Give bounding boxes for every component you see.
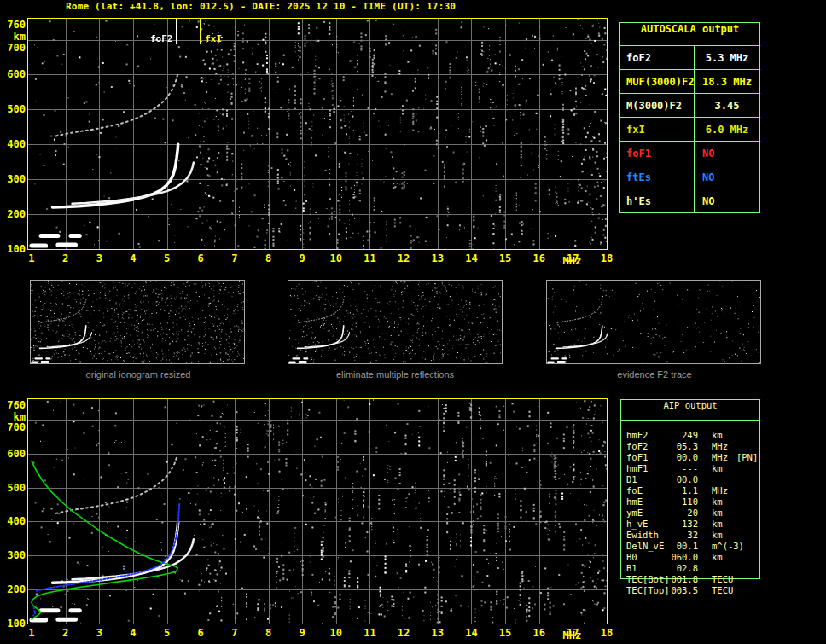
- y-tick-label: 700: [7, 421, 26, 433]
- x-tick-label: 18: [601, 627, 613, 639]
- x-tick-label: 12: [398, 252, 410, 264]
- ionogram-canvas-main: [28, 19, 607, 249]
- autoscala-row-value: 6.0 MHz: [695, 118, 759, 141]
- y-axis-unit: km: [14, 411, 26, 423]
- y-tick-label: 760: [7, 19, 26, 31]
- x-tick-label: 10: [330, 252, 342, 264]
- autoscala-row-label: foF2: [620, 46, 695, 69]
- autoscala-header: AUTOSCALA output: [620, 23, 759, 46]
- aip-label: foF1: [626, 452, 671, 463]
- x-tick-label: 16: [532, 252, 544, 264]
- aip-unit: km: [712, 463, 723, 474]
- y-tick-label: 760: [7, 399, 26, 411]
- autoscala-row-label: h'Es: [620, 189, 695, 212]
- aip-row-foF2: foF205.3MHz: [626, 441, 759, 452]
- page-title: Rome (lat: +41.8, lon: 012.5) - DATE: 20…: [66, 1, 456, 12]
- aip-unit: km: [712, 552, 723, 563]
- aip-label: DelN_vE: [626, 541, 671, 552]
- aip-row-Ewidth: Ewidth32km: [626, 530, 759, 541]
- aip-row-foF1: foF100.0MHz[PN]: [626, 452, 759, 463]
- aip-label: foF2: [626, 441, 671, 452]
- x-tick-label: 16: [532, 627, 544, 639]
- aip-value: 110: [671, 496, 698, 508]
- aip-value: 00.0: [671, 452, 698, 463]
- x-tick-label: 11: [364, 252, 375, 264]
- aip-label: hmF1: [626, 463, 671, 474]
- ionogram-plot-profile: [27, 398, 608, 624]
- y-tick-label: 400: [7, 138, 26, 150]
- x-tick-label: 13: [432, 252, 444, 264]
- autoscala-row-label: ftEs: [620, 165, 695, 189]
- aip-body: hmF2249kmfoF205.3MHzfoF100.0MHz[PN]hmF1-…: [626, 430, 759, 596]
- x-tick-label: 7: [231, 252, 237, 264]
- x-tick-label: 15: [499, 252, 511, 264]
- aip-unit: km: [712, 519, 723, 530]
- aip-row-TEC[Top]: TEC[Top]003.5TECU: [626, 585, 759, 596]
- thumb-original-canvas: [31, 281, 244, 363]
- thumb-original-ionogram: [30, 280, 245, 364]
- thumb-eliminate-reflections: [288, 280, 503, 364]
- x-tick-label: 14: [465, 252, 477, 264]
- y-tick-label: 200: [7, 583, 26, 595]
- autoscala-row-value: 5.3 MHz: [695, 46, 759, 69]
- x-tick-label: 4: [130, 252, 136, 264]
- autoscala-row-value: 3.45: [695, 94, 759, 117]
- autoscala-row-value: NO: [695, 142, 759, 165]
- y-tick-label: 600: [7, 448, 26, 460]
- aip-row-DelN_vE: DelN_vE00.1m^(-3): [626, 541, 759, 552]
- autoscala-row-foF1: foF1NO: [620, 142, 759, 165]
- autoscala-row-value: NO: [695, 189, 759, 212]
- x-tick-label: 11: [364, 627, 375, 639]
- autoscala-row-MUF(3000)F2: MUF(3000)F218.3 MHz: [620, 70, 759, 94]
- x-tick-label: 9: [300, 627, 305, 639]
- autoscala-row-ftEs: ftEsNO: [620, 165, 759, 189]
- aip-value: 249: [671, 430, 698, 441]
- aip-row-D1: D100.0: [626, 474, 759, 485]
- aip-unit: MHz: [712, 441, 728, 452]
- aip-value: 00.0: [671, 474, 698, 485]
- autoscala-body: foF25.3 MHzMUF(3000)F218.3 MHzM(3000)F23…: [620, 46, 759, 212]
- autoscala-row-label: fxI: [620, 118, 695, 141]
- ionogram-canvas-profile: [28, 399, 607, 624]
- aip-label: hmF2: [626, 430, 671, 441]
- y-tick-label: 200: [7, 208, 26, 220]
- aip-unit: km: [712, 508, 723, 519]
- aip-row-ymE: ymE20km: [626, 508, 759, 519]
- aip-label: D1: [626, 474, 671, 485]
- y-tick-label: 700: [7, 42, 26, 54]
- x-tick-label: 18: [601, 252, 613, 264]
- y-tick-label: 600: [7, 68, 26, 80]
- x-tick-label: 5: [164, 252, 170, 264]
- thumb-caption-eliminate: eliminate multiple reflections: [336, 369, 454, 380]
- autoscala-row-foF2: foF25.3 MHz: [620, 46, 759, 70]
- y-tick-label: 300: [7, 173, 26, 185]
- aip-label: foE: [626, 485, 671, 496]
- thumb-caption-evidence: evidence F2 trace: [617, 369, 691, 380]
- y-tick-label: 100: [7, 243, 26, 255]
- aip-label: B0: [626, 552, 671, 563]
- aip-value: 00.1: [671, 541, 698, 552]
- aip-label: h_vE: [626, 519, 671, 530]
- x-tick-label: 13: [432, 627, 444, 639]
- x-tick-label: 1: [28, 627, 34, 639]
- aip-value: ---: [671, 463, 698, 474]
- autoscala-row-M(3000)F2: M(3000)F23.45: [620, 94, 759, 118]
- x-tick-label: 7: [231, 627, 237, 639]
- x-tick-label: 1: [28, 252, 34, 264]
- aip-unit: m^(-3): [712, 541, 744, 552]
- autoscala-table: AUTOSCALA output foF25.3 MHzMUF(3000)F21…: [620, 22, 760, 213]
- marker-label-foF2: foF2: [150, 33, 173, 44]
- aip-panel: AIP output hmF2249kmfoF205.3MHzfoF100.0M…: [620, 399, 760, 621]
- x-tick-label: 2: [62, 627, 68, 639]
- aip-value: 001.8: [671, 574, 698, 585]
- aip-unit: TECU: [712, 585, 733, 596]
- aip-row-hmF2: hmF2249km: [626, 430, 759, 441]
- x-tick-label: 9: [300, 252, 305, 264]
- aip-header: AIP output: [621, 400, 759, 421]
- aip-value: 003.5: [671, 585, 698, 596]
- x-tick-label: 2: [62, 252, 68, 264]
- x-tick-label: 14: [465, 627, 477, 639]
- aip-value: 32: [671, 530, 698, 541]
- x-tick-label: 8: [265, 252, 271, 264]
- y-tick-label: 300: [7, 549, 26, 561]
